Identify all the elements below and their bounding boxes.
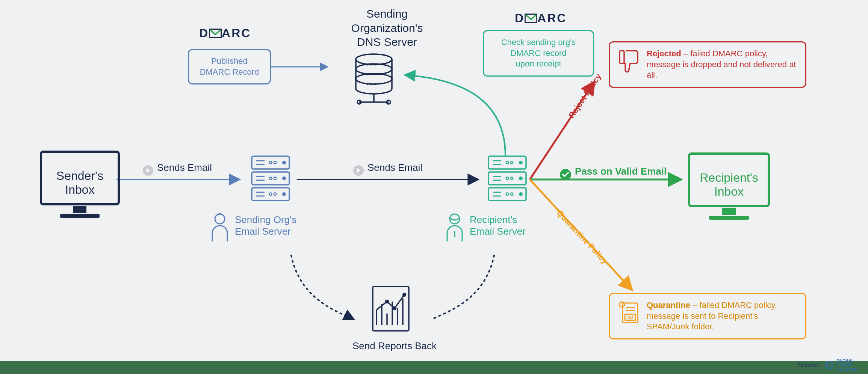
svg-point-11 bbox=[374, 64, 376, 66]
svg-point-52 bbox=[506, 161, 509, 164]
sending-server-icon bbox=[248, 154, 293, 208]
arrow-recvserver-to-dns bbox=[406, 75, 505, 156]
report-icon bbox=[368, 284, 413, 338]
diagram-stage: D ARC D ARC SendingOrganization'sDNS Ser… bbox=[0, 0, 868, 374]
pass-valid-label: Pass on Valid Email bbox=[560, 165, 667, 180]
recipient-server-icon bbox=[485, 154, 530, 208]
sender-person-icon bbox=[209, 212, 231, 244]
svg-point-73 bbox=[403, 294, 406, 296]
envelope-icon bbox=[209, 29, 222, 38]
svg-point-49 bbox=[519, 161, 523, 164]
svg-point-53 bbox=[511, 161, 513, 164]
svg-point-65 bbox=[619, 302, 625, 307]
gca-logo: GLOBALCYBERALLIANCE bbox=[824, 358, 857, 372]
svg-point-50 bbox=[519, 176, 523, 180]
svg-point-36 bbox=[274, 177, 277, 180]
thumbs-down-icon bbox=[617, 48, 640, 73]
check-icon bbox=[560, 169, 571, 180]
source-label: Source: bbox=[797, 361, 821, 369]
chevron-right-icon bbox=[143, 165, 153, 176]
svg-point-72 bbox=[393, 307, 396, 310]
svg-point-54 bbox=[506, 177, 509, 180]
dns-label: SendingOrganization'sDNS Server bbox=[331, 7, 443, 49]
arrow-reports-left bbox=[291, 255, 353, 319]
sends-email-1: Sends Email bbox=[143, 161, 212, 176]
svg-point-71 bbox=[386, 300, 389, 303]
svg-point-4 bbox=[356, 74, 392, 84]
svg-point-55 bbox=[511, 177, 513, 180]
globe-icon bbox=[824, 360, 834, 370]
sender-monitor: Sender'sInbox bbox=[39, 150, 120, 223]
dmarc-logo-right: D ARC bbox=[515, 11, 567, 25]
envelope-icon bbox=[525, 14, 537, 23]
svg-point-33 bbox=[269, 161, 272, 164]
sending-server-label: Sending Org'sEmail Server bbox=[235, 214, 296, 237]
recipient-inbox-label: Recipient'sInbox bbox=[688, 145, 770, 225]
svg-point-38 bbox=[274, 193, 277, 196]
quarantine-box: AD Quarantine – failed DMARC policy, mes… bbox=[609, 293, 806, 339]
svg-point-31 bbox=[282, 176, 286, 180]
dns-server-icon bbox=[349, 53, 398, 110]
svg-point-17 bbox=[374, 83, 376, 85]
svg-point-16 bbox=[370, 83, 372, 85]
svg-point-30 bbox=[282, 161, 286, 164]
svg-point-34 bbox=[274, 161, 277, 164]
footer-bar bbox=[0, 361, 868, 374]
svg-point-9 bbox=[367, 64, 369, 66]
svg-point-12 bbox=[367, 74, 369, 75]
ad-document-icon: AD bbox=[617, 300, 640, 326]
svg-point-56 bbox=[506, 193, 509, 196]
source-attribution: Source: GLOBALCYBERALLIANCE bbox=[797, 358, 857, 372]
svg-point-3 bbox=[356, 64, 392, 74]
check-record-box: Check sending org'sDMARC recordupon rece… bbox=[483, 30, 594, 77]
chevron-right-icon bbox=[353, 165, 364, 176]
recipient-monitor: Recipient'sInbox bbox=[688, 152, 770, 225]
svg-point-35 bbox=[269, 177, 272, 180]
recipient-server-label: Recipient'sEmail Server bbox=[470, 214, 526, 237]
dmarc-logo-left: D ARC bbox=[199, 26, 251, 40]
svg-text:AD: AD bbox=[627, 315, 633, 320]
reports-label: Send Reports Back bbox=[338, 340, 451, 352]
arrow-reports-right bbox=[432, 255, 494, 319]
svg-point-32 bbox=[282, 192, 286, 196]
rejected-box: Rejected – failed DMARC policy, message … bbox=[609, 41, 806, 88]
svg-point-15 bbox=[367, 83, 369, 85]
svg-point-13 bbox=[370, 74, 372, 75]
published-record-box: PublishedDMARC Record bbox=[188, 49, 271, 84]
svg-point-10 bbox=[370, 64, 372, 66]
svg-point-2 bbox=[356, 54, 392, 65]
svg-rect-63 bbox=[620, 51, 624, 63]
svg-point-51 bbox=[519, 192, 523, 196]
recipient-person-icon bbox=[443, 212, 466, 244]
sends-email-2: Sends Email bbox=[353, 161, 422, 176]
svg-point-57 bbox=[511, 193, 513, 196]
svg-point-37 bbox=[269, 193, 272, 196]
sender-inbox-label: Sender'sInbox bbox=[39, 143, 120, 223]
svg-point-14 bbox=[374, 74, 376, 75]
